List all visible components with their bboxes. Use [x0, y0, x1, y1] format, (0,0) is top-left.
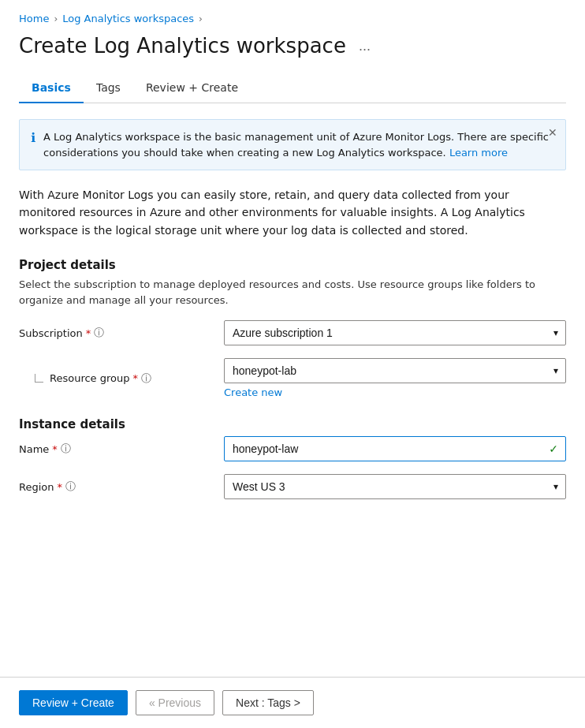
resource-group-row: Resource group * ⓘ honeypot-lab ▾ Create… [19, 358, 566, 398]
breadcrumb-sep-2: › [199, 13, 203, 24]
breadcrumb: Home › Log Analytics workspaces › [19, 13, 566, 24]
more-options-button[interactable]: ... [354, 36, 375, 56]
breadcrumb-sep-1: › [54, 13, 58, 24]
region-row: Region * ⓘ West US 3East USWest USNorth … [19, 474, 566, 499]
region-label: Region * ⓘ [19, 480, 224, 494]
project-details-title: Project details [19, 258, 566, 272]
subscription-info-icon[interactable]: ⓘ [94, 326, 104, 340]
info-icon: ℹ [31, 130, 35, 145]
next-button[interactable]: Next : Tags > [222, 690, 314, 715]
resource-group-required: * [133, 372, 139, 384]
resource-group-info-icon[interactable]: ⓘ [141, 371, 151, 386]
tab-tags[interactable]: Tags [84, 73, 133, 103]
name-required: * [52, 443, 58, 455]
info-banner-text: A Log Analytics workspace is the basic m… [43, 129, 554, 160]
instance-details-title: Instance details [19, 417, 566, 431]
learn-more-link[interactable]: Learn more [449, 147, 508, 159]
name-valid-icon: ✓ [549, 442, 558, 455]
breadcrumb-home[interactable]: Home [19, 13, 49, 24]
region-required: * [58, 481, 63, 493]
name-input[interactable] [224, 436, 566, 461]
project-details-section: Project details Select the subscription … [19, 258, 566, 398]
close-banner-button[interactable]: ✕ [548, 126, 557, 139]
name-row: Name * ⓘ ✓ [19, 436, 566, 461]
subscription-select[interactable]: Azure subscription 1 [224, 320, 566, 345]
resource-group-label: Resource group * ⓘ [19, 371, 224, 386]
breadcrumb-parent[interactable]: Log Analytics workspaces [62, 13, 194, 24]
instance-details-section: Instance details Name * ⓘ ✓ Region * ⓘ [19, 417, 566, 499]
name-info-icon[interactable]: ⓘ [61, 442, 71, 456]
resource-group-select[interactable]: honeypot-lab [224, 358, 566, 383]
subscription-row: Subscription * ⓘ Azure subscription 1 ▾ [19, 320, 566, 345]
subscription-label: Subscription * ⓘ [19, 326, 224, 340]
page-title: Create Log Analytics workspace [19, 34, 346, 58]
tab-review-create[interactable]: Review + Create [133, 73, 251, 103]
review-create-button[interactable]: Review + Create [19, 690, 128, 715]
subscription-control: Azure subscription 1 ▾ [224, 320, 566, 345]
name-control: ✓ [224, 436, 566, 461]
region-select[interactable]: West US 3East USWest USNorth EuropeWest … [224, 474, 566, 499]
region-control: West US 3East USWest USNorth EuropeWest … [224, 474, 566, 499]
create-new-link[interactable]: Create new [224, 386, 282, 398]
tab-bar: Basics Tags Review + Create [19, 73, 566, 103]
info-banner: ℹ A Log Analytics workspace is the basic… [19, 119, 566, 170]
region-info-icon[interactable]: ⓘ [65, 480, 76, 494]
page-description: With Azure Monitor Logs you can easily s… [19, 186, 566, 239]
name-label: Name * ⓘ [19, 442, 224, 456]
previous-button[interactable]: « Previous [136, 690, 214, 715]
resource-group-control: honeypot-lab ▾ Create new [224, 358, 566, 398]
project-details-desc: Select the subscription to manage deploy… [19, 277, 566, 308]
tab-basics[interactable]: Basics [19, 73, 84, 103]
subscription-required: * [86, 327, 91, 339]
footer: Review + Create « Previous Next : Tags > [0, 677, 585, 728]
